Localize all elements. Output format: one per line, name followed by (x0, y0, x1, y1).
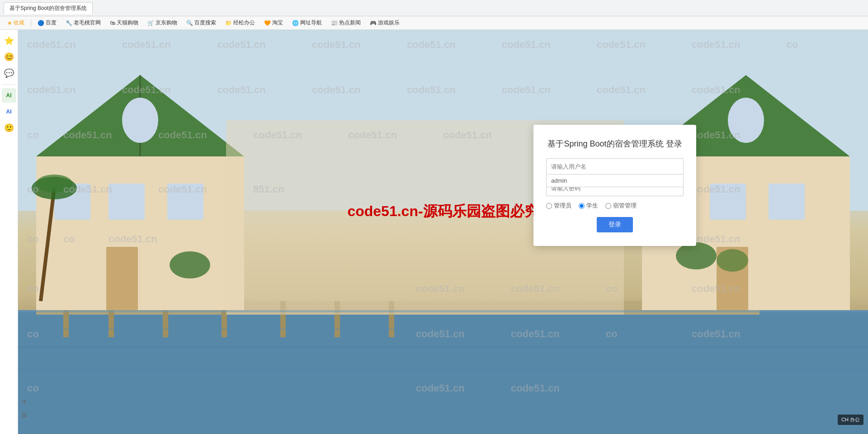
username-input[interactable] (546, 158, 684, 175)
nav-wangzhi[interactable]: 🌐 网址导航 (288, 18, 326, 28)
svg-rect-24 (710, 184, 746, 220)
role-admin[interactable]: 管理员 (546, 202, 571, 210)
svg-point-26 (728, 98, 764, 143)
svg-rect-34 (18, 346, 868, 348)
nav-games[interactable]: 🎮 游戏娱乐 (366, 18, 403, 28)
sidebar-icon-chat[interactable]: 💬 (2, 66, 16, 80)
svg-rect-35 (18, 369, 868, 370)
svg-point-30 (676, 242, 717, 269)
login-title: 基于Spring Boot的宿舍管理系统 登录 (546, 138, 684, 149)
svg-rect-33 (18, 328, 868, 330)
nav-news[interactable]: 📰 热点新闻 (327, 18, 364, 28)
svg-rect-32 (18, 310, 868, 312)
left-sidebar: ⭐ 😊 💬 AI AI 🙂 (0, 30, 18, 434)
username-group: admin (546, 158, 684, 175)
house-scene-svg (18, 30, 868, 434)
sidebar-icon-ai1[interactable]: AI (2, 88, 16, 103)
ch-office-badge[interactable]: CH 办公 (838, 415, 863, 425)
nav-baidusearch[interactable]: 🔍 百度搜索 (183, 18, 220, 28)
sidebar-icon-emoji[interactable]: 🙂 (2, 121, 16, 135)
svg-point-29 (170, 251, 210, 278)
svg-rect-17 (106, 247, 138, 310)
nav-baidu[interactable]: 🔵 百度 (34, 18, 60, 28)
sidebar-icon-ai2[interactable]: AI (2, 104, 16, 119)
svg-point-16 (122, 98, 158, 143)
nav-taobao[interactable]: 🧡 淘宝 (260, 18, 287, 28)
role-student[interactable]: 学生 (579, 202, 598, 210)
role-group: 管理员 学生 宿管管理 (546, 202, 684, 210)
login-button[interactable]: 登录 (597, 217, 633, 232)
username-suggestion[interactable]: admin (546, 175, 684, 187)
svg-rect-14 (108, 184, 145, 220)
svg-rect-15 (167, 184, 203, 220)
sidebar-icon-face[interactable]: 😊 (2, 50, 16, 64)
login-panel: 基于Spring Boot的宿舍管理系统 登录 admin 管理员 学生 宿管管… (533, 125, 696, 246)
bottom-add-button[interactable]: + (22, 396, 27, 407)
nav-jingsong[interactable]: 📁 经松办公 (222, 18, 259, 28)
browser-tab[interactable]: 基于Spring Boot的宿舍管理系统 (4, 2, 93, 14)
role-dormadmin[interactable]: 宿管管理 (605, 202, 637, 210)
nav-jd[interactable]: 🛒 京东购物 (144, 18, 181, 28)
main-content: code51.cn code51.cn code51.cn code51.cn … (18, 30, 868, 434)
svg-point-31 (717, 249, 748, 272)
nav-favorites[interactable]: ★ 收藏 (4, 18, 28, 28)
browser-bar: 基于Spring Boot的宿舍管理系统 (0, 0, 868, 16)
svg-rect-25 (769, 184, 805, 220)
nav-tmall[interactable]: 🛍 天猫购物 (106, 18, 142, 28)
sidebar-divider-1 (3, 84, 15, 85)
nav-sep-1 (31, 19, 31, 27)
sidebar-icon-star[interactable]: ⭐ (2, 33, 16, 48)
nav-bar: ★ 收藏 🔵 百度 🔧 老毛桃官网 🛍 天猫购物 🛒 京东购物 🔍 百度搜索 📁… (0, 16, 868, 30)
svg-point-20 (36, 175, 72, 193)
nav-laomao[interactable]: 🔧 老毛桃官网 (62, 18, 104, 28)
bottom-menu-button[interactable]: ≡ (22, 410, 27, 420)
